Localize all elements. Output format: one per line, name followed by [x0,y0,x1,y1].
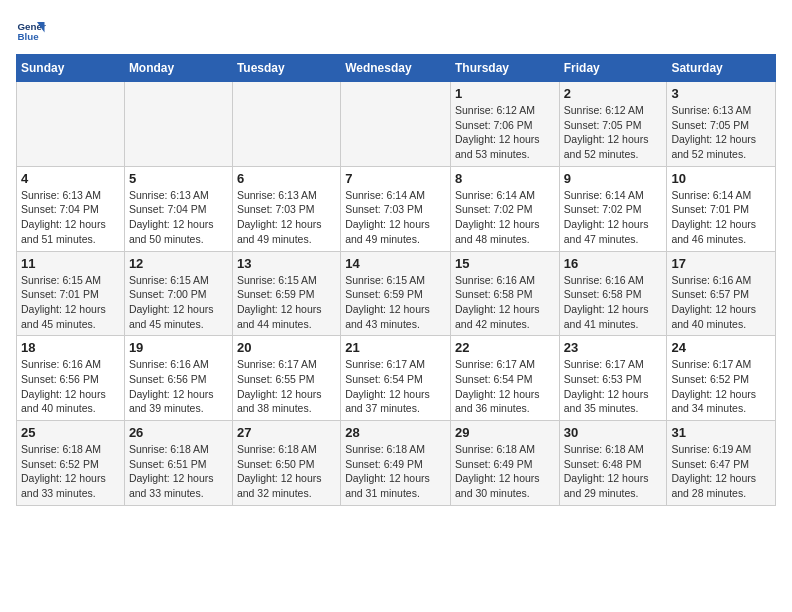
day-number: 2 [564,86,663,101]
calendar-cell: 19Sunrise: 6:16 AM Sunset: 6:56 PM Dayli… [124,336,232,421]
day-info: Sunrise: 6:17 AM Sunset: 6:53 PM Dayligh… [564,357,663,416]
calendar-cell: 24Sunrise: 6:17 AM Sunset: 6:52 PM Dayli… [667,336,776,421]
calendar-cell [124,82,232,167]
day-info: Sunrise: 6:17 AM Sunset: 6:54 PM Dayligh… [345,357,446,416]
day-info: Sunrise: 6:14 AM Sunset: 7:02 PM Dayligh… [455,188,555,247]
calendar-cell: 20Sunrise: 6:17 AM Sunset: 6:55 PM Dayli… [232,336,340,421]
calendar-cell: 12Sunrise: 6:15 AM Sunset: 7:00 PM Dayli… [124,251,232,336]
day-header-saturday: Saturday [667,55,776,82]
day-info: Sunrise: 6:17 AM Sunset: 6:54 PM Dayligh… [455,357,555,416]
day-header-wednesday: Wednesday [341,55,451,82]
calendar-cell: 18Sunrise: 6:16 AM Sunset: 6:56 PM Dayli… [17,336,125,421]
day-header-thursday: Thursday [450,55,559,82]
header: General Blue [16,16,776,46]
calendar-cell: 7Sunrise: 6:14 AM Sunset: 7:03 PM Daylig… [341,166,451,251]
day-info: Sunrise: 6:13 AM Sunset: 7:03 PM Dayligh… [237,188,336,247]
day-number: 9 [564,171,663,186]
calendar-cell: 25Sunrise: 6:18 AM Sunset: 6:52 PM Dayli… [17,421,125,506]
day-number: 4 [21,171,120,186]
day-info: Sunrise: 6:18 AM Sunset: 6:52 PM Dayligh… [21,442,120,501]
day-info: Sunrise: 6:18 AM Sunset: 6:49 PM Dayligh… [455,442,555,501]
calendar-cell: 9Sunrise: 6:14 AM Sunset: 7:02 PM Daylig… [559,166,667,251]
day-number: 26 [129,425,228,440]
day-number: 16 [564,256,663,271]
day-number: 6 [237,171,336,186]
calendar-table: SundayMondayTuesdayWednesdayThursdayFrid… [16,54,776,506]
calendar-cell: 21Sunrise: 6:17 AM Sunset: 6:54 PM Dayli… [341,336,451,421]
day-info: Sunrise: 6:15 AM Sunset: 7:00 PM Dayligh… [129,273,228,332]
day-info: Sunrise: 6:13 AM Sunset: 7:05 PM Dayligh… [671,103,771,162]
calendar-cell: 23Sunrise: 6:17 AM Sunset: 6:53 PM Dayli… [559,336,667,421]
day-number: 7 [345,171,446,186]
calendar-cell: 27Sunrise: 6:18 AM Sunset: 6:50 PM Dayli… [232,421,340,506]
day-info: Sunrise: 6:16 AM Sunset: 6:58 PM Dayligh… [564,273,663,332]
calendar-cell: 29Sunrise: 6:18 AM Sunset: 6:49 PM Dayli… [450,421,559,506]
day-number: 29 [455,425,555,440]
day-number: 12 [129,256,228,271]
day-number: 31 [671,425,771,440]
day-number: 24 [671,340,771,355]
day-info: Sunrise: 6:15 AM Sunset: 6:59 PM Dayligh… [237,273,336,332]
day-number: 14 [345,256,446,271]
calendar-cell: 17Sunrise: 6:16 AM Sunset: 6:57 PM Dayli… [667,251,776,336]
day-number: 30 [564,425,663,440]
day-header-friday: Friday [559,55,667,82]
day-header-monday: Monday [124,55,232,82]
day-info: Sunrise: 6:12 AM Sunset: 7:05 PM Dayligh… [564,103,663,162]
calendar-cell [341,82,451,167]
day-header-tuesday: Tuesday [232,55,340,82]
day-number: 23 [564,340,663,355]
day-number: 15 [455,256,555,271]
calendar-cell: 13Sunrise: 6:15 AM Sunset: 6:59 PM Dayli… [232,251,340,336]
calendar-cell: 8Sunrise: 6:14 AM Sunset: 7:02 PM Daylig… [450,166,559,251]
calendar-cell: 22Sunrise: 6:17 AM Sunset: 6:54 PM Dayli… [450,336,559,421]
day-number: 1 [455,86,555,101]
day-info: Sunrise: 6:18 AM Sunset: 6:49 PM Dayligh… [345,442,446,501]
calendar-cell: 11Sunrise: 6:15 AM Sunset: 7:01 PM Dayli… [17,251,125,336]
day-info: Sunrise: 6:16 AM Sunset: 6:58 PM Dayligh… [455,273,555,332]
day-info: Sunrise: 6:19 AM Sunset: 6:47 PM Dayligh… [671,442,771,501]
day-number: 13 [237,256,336,271]
calendar-cell: 15Sunrise: 6:16 AM Sunset: 6:58 PM Dayli… [450,251,559,336]
calendar-cell: 26Sunrise: 6:18 AM Sunset: 6:51 PM Dayli… [124,421,232,506]
day-info: Sunrise: 6:13 AM Sunset: 7:04 PM Dayligh… [129,188,228,247]
day-number: 3 [671,86,771,101]
calendar-cell: 2Sunrise: 6:12 AM Sunset: 7:05 PM Daylig… [559,82,667,167]
day-number: 10 [671,171,771,186]
day-info: Sunrise: 6:16 AM Sunset: 6:56 PM Dayligh… [129,357,228,416]
calendar-cell [17,82,125,167]
calendar-cell: 14Sunrise: 6:15 AM Sunset: 6:59 PM Dayli… [341,251,451,336]
day-number: 18 [21,340,120,355]
day-info: Sunrise: 6:16 AM Sunset: 6:57 PM Dayligh… [671,273,771,332]
logo: General Blue [16,16,50,46]
calendar-cell: 1Sunrise: 6:12 AM Sunset: 7:06 PM Daylig… [450,82,559,167]
calendar-cell: 6Sunrise: 6:13 AM Sunset: 7:03 PM Daylig… [232,166,340,251]
day-info: Sunrise: 6:14 AM Sunset: 7:03 PM Dayligh… [345,188,446,247]
day-info: Sunrise: 6:16 AM Sunset: 6:56 PM Dayligh… [21,357,120,416]
calendar-cell: 28Sunrise: 6:18 AM Sunset: 6:49 PM Dayli… [341,421,451,506]
calendar-cell: 5Sunrise: 6:13 AM Sunset: 7:04 PM Daylig… [124,166,232,251]
day-number: 8 [455,171,555,186]
day-info: Sunrise: 6:17 AM Sunset: 6:52 PM Dayligh… [671,357,771,416]
day-number: 20 [237,340,336,355]
calendar-cell: 4Sunrise: 6:13 AM Sunset: 7:04 PM Daylig… [17,166,125,251]
day-number: 25 [21,425,120,440]
svg-text:Blue: Blue [18,31,40,42]
day-number: 17 [671,256,771,271]
day-number: 5 [129,171,228,186]
day-header-sunday: Sunday [17,55,125,82]
calendar-cell: 30Sunrise: 6:18 AM Sunset: 6:48 PM Dayli… [559,421,667,506]
day-number: 21 [345,340,446,355]
day-info: Sunrise: 6:13 AM Sunset: 7:04 PM Dayligh… [21,188,120,247]
calendar-cell: 3Sunrise: 6:13 AM Sunset: 7:05 PM Daylig… [667,82,776,167]
day-info: Sunrise: 6:12 AM Sunset: 7:06 PM Dayligh… [455,103,555,162]
day-number: 19 [129,340,228,355]
day-info: Sunrise: 6:17 AM Sunset: 6:55 PM Dayligh… [237,357,336,416]
day-info: Sunrise: 6:14 AM Sunset: 7:01 PM Dayligh… [671,188,771,247]
day-info: Sunrise: 6:18 AM Sunset: 6:51 PM Dayligh… [129,442,228,501]
day-number: 27 [237,425,336,440]
day-number: 11 [21,256,120,271]
day-info: Sunrise: 6:18 AM Sunset: 6:48 PM Dayligh… [564,442,663,501]
day-info: Sunrise: 6:15 AM Sunset: 7:01 PM Dayligh… [21,273,120,332]
day-number: 22 [455,340,555,355]
